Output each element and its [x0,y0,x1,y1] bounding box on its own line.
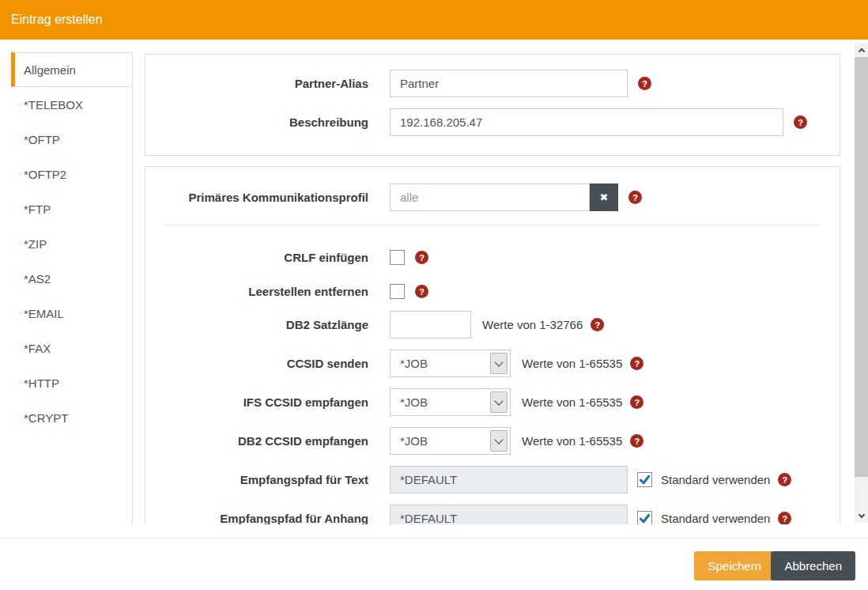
scroll-down-button[interactable] [855,509,868,523]
help-icon[interactable]: ? [630,395,643,409]
help-icon[interactable]: ? [415,285,428,298]
check-icon [639,512,651,524]
tab-label: *AS2 [24,272,51,286]
komm-profil-label: Primäres Kommunikationsprofil [145,191,390,205]
leerstellen-label: Leerstellen entfernen [145,285,390,299]
clear-button[interactable]: ✖ [590,183,618,211]
sidebar-tabs: Allgemein *TELEBOX *OFTP *OFTP2 *FTP *ZI… [11,52,133,524]
ccsid-senden-hint: Werte von 1-65535 [522,357,622,370]
tab-label: *FTP [24,202,51,216]
panel-settings: Primäres Kommunikationsprofil ✖ ? CRLF e… [145,166,840,524]
form-row-empfangspfad-anhang: Empfangspfad für Anhang Standard verwend… [145,505,840,524]
empfangspfad-anhang-input [390,505,628,524]
tab-label: *HTTP [24,376,59,390]
select-value: *JOB [391,395,490,409]
sidebar-item-telebox[interactable]: *TELEBOX [11,87,132,122]
form-row-crlf: CRLF einfügen ? [145,250,840,265]
ccsid-senden-label: CCSID senden [145,357,390,371]
form-row-ccsid-senden: CCSID senden *JOB Werte von 1-65535 ? [145,350,840,377]
db2-satzlaenge-input[interactable] [390,311,471,338]
empfangspfad-anhang-label: Empfangspfad für Anhang [145,512,390,525]
help-icon[interactable]: ? [630,434,643,448]
sidebar-item-as2[interactable]: *AS2 [11,261,132,296]
dialog-footer: Speichern Abbrechen [0,538,868,590]
form-row-partner-alias: Partner-Alias ? [145,70,840,97]
tab-label: *ZIP [24,237,47,251]
cancel-button[interactable]: Abbrechen [771,551,855,581]
sidebar-item-oftp[interactable]: *OFTP [11,122,132,157]
section-divider [163,225,822,225]
tab-label: *TELEBOX [24,98,83,112]
tab-label: *FAX [24,342,51,355]
sidebar-item-oftp2[interactable]: *OFTP2 [11,157,132,191]
sidebar-item-fax[interactable]: *FAX [11,331,132,365]
partner-alias-label: Partner-Alias [145,77,390,91]
tab-label: Allgemein [24,63,76,77]
chevron-up-icon [858,48,864,55]
form-row-leerstellen: Leerstellen entfernen ? [145,284,840,299]
select-value: *JOB [391,434,490,448]
select-value: *JOB [391,357,490,370]
vertical-scrollbar[interactable] [855,43,868,523]
standard-verwenden-checkbox[interactable] [637,472,652,487]
partner-alias-input[interactable] [390,70,628,97]
crlf-checkbox[interactable] [390,250,405,265]
leerstellen-checkbox[interactable] [390,284,405,299]
help-icon[interactable]: ? [628,191,642,204]
db2-ccsid-hint: Werte von 1-65535 [522,434,622,448]
chevron-down-icon [858,512,864,518]
form-row-komm-profil: Primäres Kommunikationsprofil ✖ ? [145,183,840,211]
sidebar-item-zip[interactable]: *ZIP [11,226,132,261]
crlf-label: CRLF einfügen [145,251,390,265]
standard-verwenden-label: Standard verwenden [661,473,770,486]
tab-label: *CRYPT [24,411,68,425]
ifs-ccsid-select[interactable]: *JOB [390,388,511,416]
help-icon[interactable]: ? [778,512,791,524]
beschreibung-input[interactable] [390,108,783,136]
komm-profil-input[interactable] [390,183,590,211]
chevron-down-icon [490,391,508,413]
help-icon[interactable]: ? [638,77,651,90]
tab-label: *EMAIL [24,307,64,320]
sidebar-item-crypt[interactable]: *CRYPT [11,400,132,435]
check-icon [639,474,651,486]
dialog-body: Allgemein *TELEBOX *OFTP *OFTP2 *FTP *ZI… [0,43,868,524]
db2-ccsid-select[interactable]: *JOB [390,427,511,455]
ccsid-senden-select[interactable]: *JOB [390,350,511,377]
chevron-down-icon [490,353,508,374]
help-icon[interactable]: ? [778,473,791,486]
sidebar-item-allgemein[interactable]: Allgemein [11,52,132,87]
help-icon[interactable]: ? [794,115,807,129]
sidebar-item-email[interactable]: *EMAIL [11,296,132,331]
sidebar-item-ftp[interactable]: *FTP [11,191,132,226]
ifs-ccsid-label: IFS CCSID empfangen [145,395,390,410]
tab-label: *OFTP [24,133,60,146]
empfangspfad-text-input [390,466,628,494]
help-icon[interactable]: ? [415,251,428,264]
scroll-up-button[interactable] [855,43,868,57]
beschreibung-label: Beschreibung [145,115,390,130]
help-icon[interactable]: ? [630,357,643,370]
form-row-empfangspfad-text: Empfangspfad für Text Standard verwenden… [145,466,840,494]
form-row-ifs-ccsid: IFS CCSID empfangen *JOB Werte von 1-655… [145,388,840,416]
clear-icon: ✖ [600,191,609,203]
ifs-ccsid-hint: Werte von 1-65535 [522,395,622,409]
komm-profil-group: ✖ [390,183,618,211]
form-row-db2-ccsid: DB2 CCSID empfangen *JOB Werte von 1-655… [145,427,840,455]
form-row-db2-satzlaenge: DB2 Satzlänge Werte von 1-32766 ? [145,311,840,338]
chevron-down-icon [490,430,508,452]
standard-verwenden-checkbox[interactable] [637,511,652,524]
save-button[interactable]: Speichern [694,551,775,581]
panel-identity: Partner-Alias ? Beschreibung ? [145,54,840,156]
db2-satzlaenge-hint: Werte von 1-32766 [482,318,583,331]
standard-verwenden-label: Standard verwenden [661,512,770,524]
scrollbar-thumb[interactable] [855,57,868,477]
tab-label: *OFTP2 [24,168,66,181]
dialog-header: Eintrag erstellen [0,0,868,40]
form-row-beschreibung: Beschreibung ? [145,108,840,136]
db2-satzlaenge-label: DB2 Satzlänge [145,318,390,332]
empfangspfad-text-label: Empfangspfad für Text [145,473,390,487]
help-icon[interactable]: ? [591,318,604,331]
db2-ccsid-label: DB2 CCSID empfangen [145,434,390,448]
sidebar-item-http[interactable]: *HTTP [11,365,132,400]
